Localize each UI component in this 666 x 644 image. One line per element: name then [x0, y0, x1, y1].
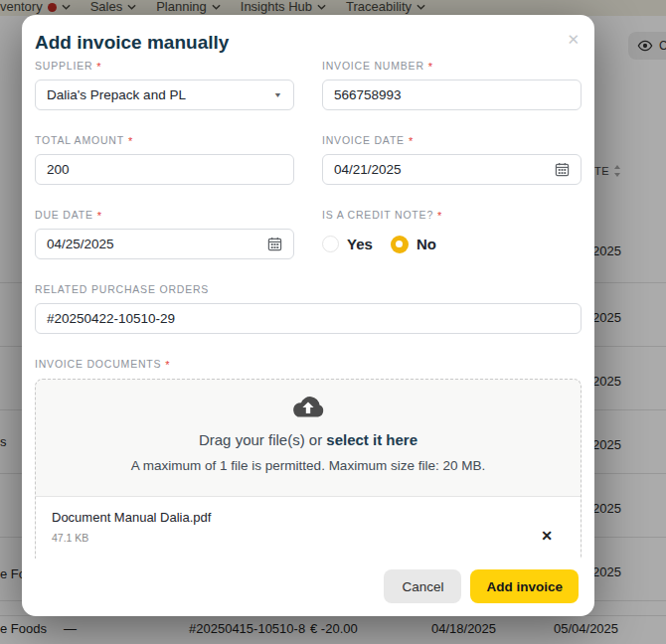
uploaded-file-item: Document Manual Dalia.pdf 47.1 KB ✕ — [36, 496, 581, 559]
related-po-label: RELATED PURCHASE ORDERS — [35, 283, 582, 296]
file-name: Document Manual Dalia.pdf — [52, 510, 565, 525]
radio-selected-icon — [391, 236, 409, 253]
dropdown-caret-icon: ▼ — [273, 91, 282, 99]
required-asterisk: * — [128, 136, 133, 146]
calendar-icon — [555, 162, 570, 177]
radio-no-label: No — [416, 236, 436, 252]
credit-note-label: IS A CREDIT NOTE?* — [322, 209, 582, 222]
radio-yes[interactable]: Yes — [322, 236, 373, 252]
due-date-value: 04/25/2025 — [47, 237, 114, 251]
modal-title: Add invoice manually — [35, 30, 582, 56]
invoice-date-value: 04/21/2025 — [334, 162, 402, 177]
invoice-date-label: INVOICE DATE* — [322, 134, 582, 147]
required-asterisk: * — [97, 211, 102, 221]
due-date-input[interactable]: 04/25/2025 — [35, 229, 294, 259]
total-amount-value: 200 — [47, 162, 70, 177]
dropzone-hint: A maximum of 1 file is permitted. Maximu… — [103, 456, 513, 475]
related-po-field-group: RELATED PURCHASE ORDERS #20250422-10510-… — [35, 283, 582, 334]
drag-text: Drag your file(s) or select it here — [36, 431, 581, 448]
due-date-label: DUE DATE* — [35, 209, 294, 222]
cancel-button[interactable]: Cancel — [384, 569, 461, 603]
invoice-documents-field-group: INVOICE DOCUMENTS* Drag your file(s) or … — [35, 358, 582, 559]
modal-body: Add invoice manually SUPPLIER* Dalia's P… — [22, 15, 594, 559]
total-amount-input[interactable]: 200 — [35, 154, 294, 185]
total-amount-label: TOTAL AMOUNT* — [35, 134, 294, 147]
invoice-number-value: 566758993 — [334, 87, 402, 102]
add-invoice-button[interactable]: Add invoice — [470, 569, 579, 603]
file-size: 47.1 KB — [52, 532, 565, 544]
credit-note-radio-group: Yes No — [322, 229, 582, 259]
required-asterisk: * — [409, 136, 414, 146]
modal-footer: Cancel Add invoice — [384, 569, 579, 603]
related-po-value: #20250422-10510-29 — [47, 311, 175, 326]
select-file-link[interactable]: select it here — [326, 431, 417, 448]
calendar-icon — [267, 237, 282, 251]
invoice-documents-label: INVOICE DOCUMENTS* — [35, 358, 582, 371]
related-po-input[interactable]: #20250422-10510-29 — [35, 303, 582, 334]
required-asterisk: * — [428, 62, 433, 72]
invoice-number-input[interactable]: 566758993 — [322, 80, 582, 110]
remove-file-icon[interactable]: ✕ — [541, 529, 553, 543]
upload-cloud-icon — [289, 395, 327, 421]
required-asterisk: * — [437, 211, 442, 221]
radio-unselected-icon — [322, 236, 339, 252]
required-asterisk: * — [165, 360, 170, 370]
invoice-number-label: INVOICE NUMBER* — [322, 60, 582, 73]
due-date-field-group: DUE DATE* 04/25/2025 — [35, 209, 294, 259]
screen: ventory Sales Planning Insights Hub Tra — [0, 0, 666, 644]
file-dropzone[interactable]: Drag your file(s) or select it here A ma… — [35, 379, 582, 559]
invoice-date-input[interactable]: 04/21/2025 — [322, 154, 582, 185]
radio-no[interactable]: No — [391, 236, 436, 253]
supplier-label: SUPPLIER* — [35, 60, 294, 73]
add-invoice-modal: ✕ Add invoice manually SUPPLIER* Dalia's… — [22, 15, 594, 616]
supplier-field-group: SUPPLIER* Dalia's Prepack and PL ▼ — [35, 60, 294, 110]
required-asterisk: * — [96, 62, 101, 72]
credit-note-field-group: IS A CREDIT NOTE?* Yes No — [322, 209, 582, 259]
invoice-number-field-group: INVOICE NUMBER* 566758993 — [322, 60, 582, 110]
supplier-select[interactable]: Dalia's Prepack and PL ▼ — [35, 80, 294, 110]
total-amount-field-group: TOTAL AMOUNT* 200 — [35, 134, 294, 185]
radio-yes-label: Yes — [347, 236, 373, 252]
supplier-value: Dalia's Prepack and PL — [47, 87, 186, 102]
invoice-date-field-group: INVOICE DATE* 04/21/2025 — [322, 134, 582, 185]
